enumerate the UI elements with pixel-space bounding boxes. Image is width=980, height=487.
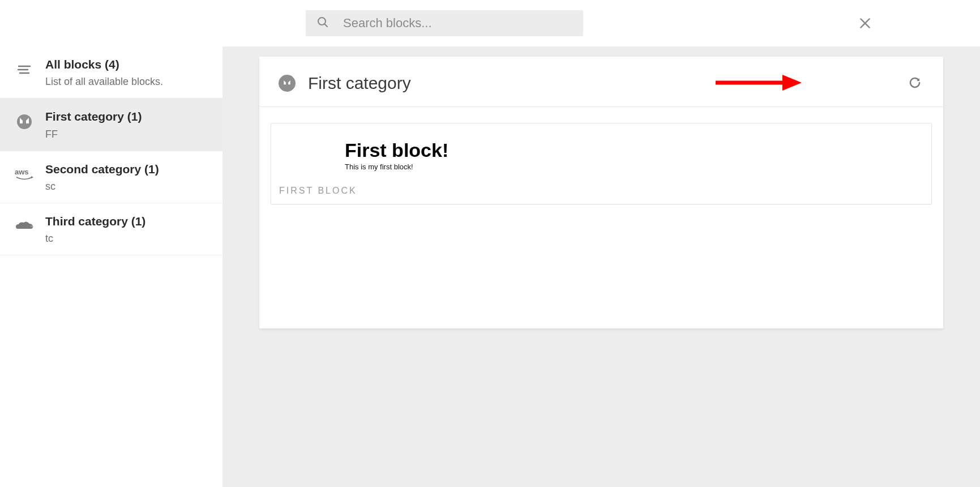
panel-header: First category <box>259 57 943 107</box>
sidebar-item-all-blocks[interactable]: All blocks (4) List of all available blo… <box>0 46 222 99</box>
category-panel: First category First block! <box>259 57 943 328</box>
block-preview: First block! This is my first block! <box>271 123 931 177</box>
sidebar-item-subtitle: FF <box>45 129 142 140</box>
monero-icon <box>14 111 35 133</box>
body-area: All blocks (4) List of all available blo… <box>0 46 980 487</box>
refresh-button[interactable] <box>908 76 922 92</box>
content-area: First category First block! <box>222 46 980 487</box>
sidebar-item-subtitle: sc <box>45 181 159 193</box>
sidebar-item-first-category[interactable]: First category (1) FF <box>0 99 222 151</box>
svg-line-1 <box>324 24 327 27</box>
sidebar-item-third-category[interactable]: Third category (1) tc <box>0 203 222 255</box>
list-icon <box>14 59 35 80</box>
block-preview-text: This is my first block! <box>345 163 913 171</box>
block-card[interactable]: First block! This is my first block! FIR… <box>271 123 932 204</box>
sidebar-item-title: Third category (1) <box>45 213 145 229</box>
svg-marker-11 <box>782 75 802 91</box>
category-icon <box>279 75 296 92</box>
sidebar-item-title: Second category (1) <box>45 161 159 177</box>
svg-text:aws: aws <box>15 168 29 176</box>
top-bar <box>0 0 980 46</box>
search-icon <box>316 15 329 31</box>
sidebar-item-second-category[interactable]: aws Second category (1) sc <box>0 151 222 203</box>
panel-title: First category <box>308 74 411 93</box>
sidebar: All blocks (4) List of all available blo… <box>0 46 222 487</box>
search-input[interactable] <box>329 16 573 31</box>
block-label: FIRST BLOCK <box>271 177 931 204</box>
block-preview-heading: First block! <box>345 139 913 161</box>
svg-point-7 <box>17 114 32 129</box>
svg-point-9 <box>282 78 293 89</box>
sidebar-item-title: All blocks (4) <box>45 57 163 72</box>
sidebar-item-title: First category (1) <box>45 109 142 125</box>
annotation-arrow-icon <box>712 72 803 93</box>
search-container[interactable] <box>306 10 583 36</box>
close-button[interactable] <box>858 16 872 33</box>
sidebar-item-subtitle: List of all available blocks. <box>45 76 163 88</box>
aws-icon: aws <box>14 164 35 185</box>
panel-body: First block! This is my first block! FIR… <box>259 107 943 227</box>
cloudflare-icon <box>14 216 35 237</box>
sidebar-item-subtitle: tc <box>45 233 145 245</box>
